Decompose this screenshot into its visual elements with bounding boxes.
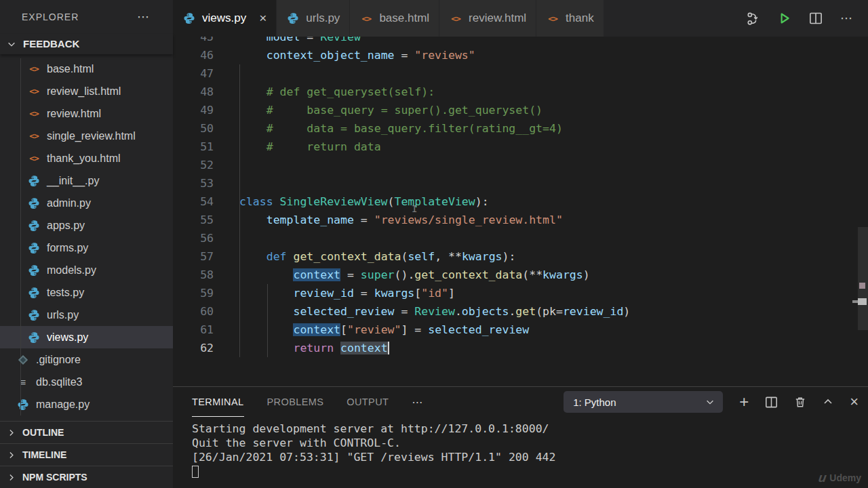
code-line-62[interactable]: 62 return context — [173, 339, 868, 357]
code-text: template_name = "reviews/single_review.h… — [214, 211, 563, 229]
code-text: model = Review — [214, 37, 361, 46]
code-text: context["review"] = selected_review — [214, 321, 529, 339]
editor-group: views.py×urls.py<>base.html<>review.html… — [173, 0, 868, 488]
line-number: 53 — [173, 174, 214, 192]
tab-views-py[interactable]: views.py× — [173, 0, 277, 37]
sidebar-sections: OUTLINETIMELINENPM SCRIPTS — [0, 421, 173, 488]
file-item-single-review-html[interactable]: <>single_review.html — [0, 125, 173, 147]
code-line-47[interactable]: 47 — [173, 64, 868, 83]
code-line-57[interactable]: 57 def get_context_data(self, **kwargs): — [173, 247, 868, 266]
code-text: # def get_queryset(self): — [214, 83, 435, 101]
tab-urls-py[interactable]: urls.py — [277, 0, 350, 37]
python-file-icon — [27, 197, 41, 209]
file-item-admin-py[interactable]: admin.py — [0, 192, 173, 214]
line-number: 61 — [173, 321, 214, 339]
html-file-icon: <> — [27, 153, 41, 163]
code-editor[interactable]: 45 model = Review46 context_object_name … — [173, 37, 868, 386]
folder-section-header[interactable]: FEEDBACK — [0, 34, 173, 54]
python-file-icon — [27, 331, 41, 344]
code-text: # return data — [214, 138, 381, 156]
panel-tab-problems[interactable]: PROBLEMS — [267, 387, 324, 417]
file-item-views-py[interactable]: views.py — [0, 326, 173, 348]
editor-scrollbar[interactable] — [858, 227, 868, 330]
overview-ruler-mark — [858, 298, 867, 305]
run-python-icon[interactable] — [778, 12, 791, 25]
split-editor-icon[interactable] — [809, 12, 823, 25]
file-item-models-py[interactable]: models.py — [0, 259, 173, 281]
file-item-thank-you-html[interactable]: <>thank_you.html — [0, 147, 173, 169]
file-name: single_review.html — [47, 130, 136, 142]
sidebar-section-timeline[interactable]: TIMELINE — [0, 443, 173, 466]
section-label: NPM SCRIPTS — [22, 472, 87, 483]
panel-tab-terminal[interactable]: TERMINAL — [192, 387, 244, 417]
udemy-logo-icon: u — [817, 470, 827, 485]
line-number: 55 — [173, 211, 214, 229]
kill-terminal-icon[interactable] — [794, 396, 806, 409]
chevron-right-icon — [7, 451, 16, 460]
code-line-51[interactable]: 51 # return data — [173, 138, 868, 156]
code-text: # data = base_query.filter(rating__gt=4) — [214, 119, 563, 138]
panel-more-icon[interactable]: ⋯ — [412, 396, 423, 409]
tab-label: urls.py — [306, 12, 340, 25]
file-item-apps-py[interactable]: apps.py — [0, 214, 173, 237]
html-file-icon: <> — [546, 14, 559, 24]
code-line-45[interactable]: 45 model = Review — [173, 37, 868, 46]
panel-header: TERMINALPROBLEMSOUTPUT ⋯ 1: Python + — [173, 387, 868, 417]
maximize-panel-icon[interactable] — [823, 396, 833, 407]
code-line-59[interactable]: 59 review_id = kwargs["id"] — [173, 284, 868, 302]
close-tab-icon[interactable]: × — [259, 11, 267, 26]
file-item-forms-py[interactable]: forms.py — [0, 237, 173, 259]
open-changes-icon[interactable] — [746, 12, 760, 26]
file-name: views.py — [47, 331, 88, 344]
file-item-init-py[interactable]: __init__.py — [0, 169, 173, 192]
file-item-db-sqlite3[interactable]: ≡db.sqlite3 — [0, 371, 173, 393]
file-name: urls.py — [47, 309, 79, 321]
code-line-55[interactable]: 55 template_name = "reviews/single_revie… — [173, 211, 868, 229]
code-line-48[interactable]: 48 # def get_queryset(self): — [173, 83, 868, 101]
code-line-53[interactable]: 53 — [173, 174, 868, 192]
file-item-review-list-html[interactable]: <>review_list.html — [0, 80, 173, 102]
code-line-61[interactable]: 61 context["review"] = selected_review — [173, 321, 868, 339]
folder-section-label: FEEDBACK — [23, 38, 79, 49]
code-line-46[interactable]: 46 context_object_name = "reviews" — [173, 46, 868, 64]
python-file-icon — [16, 399, 30, 411]
line-number: 46 — [173, 46, 214, 64]
split-terminal-icon[interactable] — [765, 396, 778, 409]
overview-ruler-mark — [859, 283, 865, 289]
file-item-gitignore[interactable]: .gitignore — [0, 348, 173, 371]
code-line-52[interactable]: 52 — [173, 156, 868, 174]
close-panel-icon[interactable]: × — [850, 393, 859, 411]
tab-base-html[interactable]: <>base.html — [350, 0, 439, 37]
tab-review-html[interactable]: <>review.html — [439, 0, 536, 37]
tab-bar: views.py×urls.py<>base.html<>review.html… — [173, 0, 868, 37]
html-file-icon: <> — [449, 14, 462, 24]
file-item-urls-py[interactable]: urls.py — [0, 304, 173, 326]
editor-more-icon[interactable]: ⋯ — [840, 11, 853, 26]
python-file-icon — [27, 220, 41, 232]
code-text — [214, 229, 239, 247]
file-item-manage-py[interactable]: manage.py — [0, 393, 173, 415]
file-item-review-html[interactable]: <>review.html — [0, 102, 173, 125]
explorer-more-icon[interactable]: ⋯ — [137, 9, 150, 24]
sidebar-section-outline[interactable]: OUTLINE — [0, 421, 173, 443]
chevron-right-icon — [7, 473, 16, 482]
code-line-60[interactable]: 60 selected_review = Review.objects.get(… — [173, 302, 868, 321]
code-line-49[interactable]: 49 # base_query = super().get_queryset() — [173, 101, 868, 119]
tab-thank[interactable]: <>thank — [536, 0, 604, 37]
file-name: review.html — [47, 108, 101, 120]
file-name: tests.py — [47, 287, 84, 299]
code-line-58[interactable]: 58 context = super().get_context_data(**… — [173, 266, 868, 284]
terminal-select[interactable]: 1: Python — [564, 391, 723, 413]
code-line-54[interactable]: 54class SingleReviewView(TemplateView): — [173, 192, 868, 211]
terminal-output[interactable]: Starting development server at http://12… — [173, 417, 868, 481]
file-item-tests-py[interactable]: tests.py — [0, 281, 173, 304]
code-line-56[interactable]: 56 — [173, 229, 868, 247]
file-name: .gitignore — [36, 354, 81, 366]
explorer-sidebar: EXPLORER ⋯ FEEDBACK <>base.html<>review_… — [0, 0, 173, 488]
new-terminal-icon[interactable]: + — [739, 392, 749, 411]
file-item-base-html[interactable]: <>base.html — [0, 58, 173, 80]
code-line-50[interactable]: 50 # data = base_query.filter(rating__gt… — [173, 119, 868, 138]
panel-tab-output[interactable]: OUTPUT — [347, 387, 389, 417]
sidebar-section-npm-scripts[interactable]: NPM SCRIPTS — [0, 466, 173, 488]
chevron-right-icon — [7, 428, 16, 437]
